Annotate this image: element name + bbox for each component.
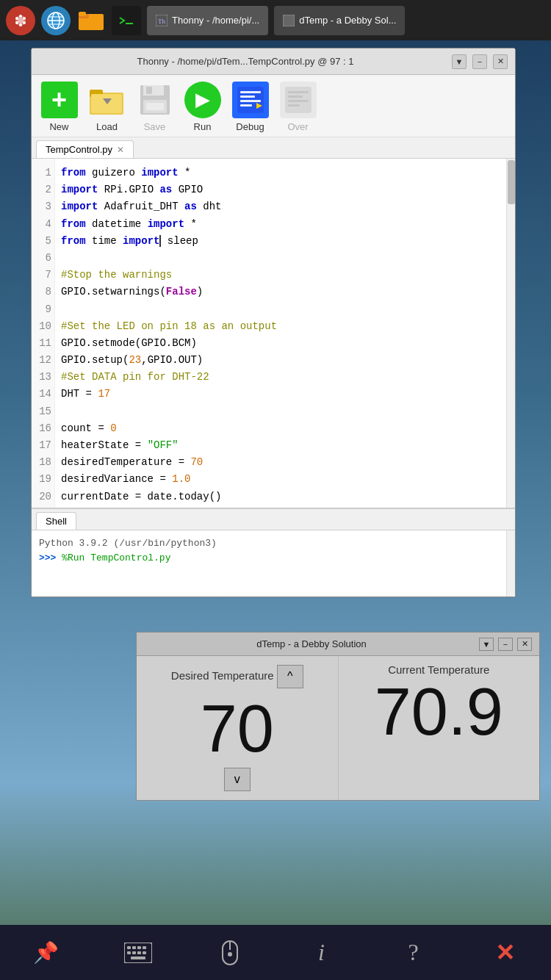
help-icon[interactable]: ? [395,934,432,971]
dtemp-tab-label: dTemp - a Debby Sol... [299,15,396,26]
dtemp-minimize-btn[interactable]: − [498,638,513,651]
shell-tab-label: Shell [46,516,67,527]
desired-temp-down-btn[interactable]: v [224,768,251,791]
svg-rect-40 [288,96,303,98]
svg-point-4 [23,17,26,20]
dtemp-taskbar-tab[interactable]: dTemp - a Debby Sol... [274,6,405,35]
editor-scrollbar[interactable] [506,159,515,508]
new-icon: + [41,82,78,118]
svg-rect-35 [240,100,261,102]
save-button[interactable]: Save [134,79,175,132]
shell-info-line: Python 3.9.2 (/usr/bin/python3) [39,536,508,551]
raspberry-pi-icon[interactable] [6,6,35,35]
svg-rect-49 [132,951,136,954]
pin-icon[interactable]: 📌 [28,934,65,971]
svg-rect-48 [127,951,131,954]
code-editor[interactable]: 1234567891011121314151617181920 from gui… [32,159,515,508]
shell-command: %Run TempControl.py [62,552,170,563]
thonny-titlebar: Thonny - /home/pi/dTem...TempControl.py … [32,48,515,75]
svg-rect-50 [137,951,141,954]
editor-scrollbar-thumb[interactable] [508,160,515,204]
save-icon [139,84,171,116]
svg-point-2 [18,18,24,24]
new-label: New [49,121,68,132]
load-label: Load [96,121,118,132]
thonny-dropdown-btn[interactable]: ▼ [452,54,467,69]
thonny-toolbar: + New Load [32,75,515,137]
new-button[interactable]: + New [39,79,79,132]
svg-rect-39 [288,91,309,93]
debug-icon [232,82,269,118]
svg-point-7 [15,21,18,24]
taskbar-bottom: 📌 i ? ✕ [0,925,551,980]
thonny-window-title: Thonny - /home/pi/dTem...TempControl.py … [39,56,452,67]
line-numbers: 1234567891011121314151617181920 [32,159,55,508]
load-button[interactable]: Load [87,79,127,132]
thonny-minimize-btn[interactable]: − [472,54,487,69]
keyboard-icon[interactable] [120,934,156,971]
code-area[interactable]: from guizero import * import RPi.GPIO as… [55,159,506,508]
load-icon [90,84,125,116]
svg-rect-36 [240,104,252,107]
svg-rect-17 [79,12,86,16]
svg-text:Th: Th [158,18,165,25]
svg-rect-45 [132,946,136,949]
shell-tab[interactable]: Shell [36,512,76,530]
files-icon[interactable] [76,6,106,35]
run-button[interactable]: ▶ Run [182,79,223,132]
dtemp-close-btn[interactable]: ✕ [517,638,532,651]
mouse-icon[interactable] [212,934,248,971]
file-tab-close[interactable]: ✕ [117,145,124,155]
run-label: Run [194,121,212,132]
svg-point-55 [228,952,232,956]
debug-label: Debug [236,121,264,132]
desired-temp-value: 70 [201,696,274,762]
shell-prompt: >>> [39,552,56,563]
taskbar-top: Th Thonny - /home/pi/... dTemp - a Debby… [0,0,551,40]
over-button[interactable]: Over [278,79,318,132]
debug-button[interactable]: Debug [230,79,270,132]
thonny-window: Thonny - /home/pi/dTem...TempControl.py … [31,48,516,597]
editor-tab-bar: TempControl.py ✕ [32,137,515,159]
svg-rect-33 [240,91,261,93]
svg-point-8 [15,17,18,20]
dtemp-titlebar: dTemp - a Debby Solution ▼ − ✕ [137,633,539,656]
svg-point-6 [19,24,22,26]
dtemp-window-title: dTemp - a Debby Solution [144,638,479,649]
thonny-close-btn[interactable]: ✕ [493,54,508,69]
info-icon[interactable]: i [303,934,340,971]
file-tab[interactable]: TempControl.py ✕ [36,140,134,158]
shell-command-line: >>> %Run TempControl.py [39,551,508,566]
close-taskbar-icon[interactable]: ✕ [487,934,524,971]
desired-temp-label: Desired Temperature [171,669,274,682]
svg-rect-29 [146,87,152,94]
svg-point-5 [23,21,26,24]
svg-rect-47 [143,946,146,949]
current-temp-panel: Current Temperature 70.9 [339,656,540,800]
svg-rect-42 [288,104,300,107]
svg-rect-46 [137,946,141,949]
svg-point-3 [19,15,22,18]
svg-rect-41 [288,100,309,102]
dtemp-window: dTemp - a Debby Solution ▼ − ✕ Desired T… [136,632,540,801]
shell-tab-bar: Shell [32,509,515,530]
shell-panel: Shell Python 3.9.2 (/usr/bin/python3) >>… [32,508,515,597]
thonny-taskbar-tab[interactable]: Th Thonny - /home/pi/... [147,6,268,35]
run-icon: ▶ [184,82,221,118]
svg-rect-44 [127,946,131,949]
svg-rect-22 [283,15,295,26]
desired-temp-panel: Desired Temperature ^ 70 v [137,656,339,800]
svg-rect-34 [240,96,255,98]
dtemp-dropdown-btn[interactable]: ▼ [479,638,494,651]
terminal-icon[interactable] [112,6,141,35]
over-label: Over [287,121,308,132]
save-label: Save [144,121,166,132]
svg-rect-25 [91,94,122,113]
svg-rect-51 [143,951,146,954]
desired-temp-up-btn[interactable]: ^ [277,665,303,688]
current-temp-label: Current Temperature [388,663,489,676]
shell-content[interactable]: Python 3.9.2 (/usr/bin/python3) >>> %Run… [32,530,515,597]
svg-rect-31 [146,103,164,110]
browser-icon[interactable] [41,6,71,35]
shell-scrollbar[interactable] [506,530,515,597]
